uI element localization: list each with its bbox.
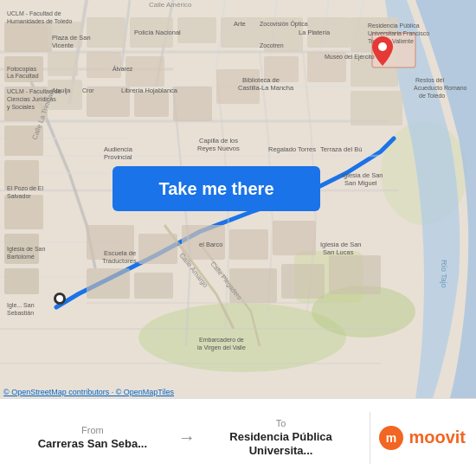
to-name: Residencia Pública Universita... [203,430,360,457]
svg-text:Sebastián: Sebastián [7,310,34,316]
svg-text:Vicente: Vicente [52,42,74,49]
svg-rect-52 [351,91,402,125]
svg-text:Capilla de los: Capilla de los [199,137,238,145]
svg-rect-58 [87,268,130,299]
svg-text:m: m [386,431,396,445]
svg-text:Humanidades de Toledo: Humanidades de Toledo [7,18,72,24]
svg-text:Reyes Nuevos: Reyes Nuevos [197,145,240,152]
svg-text:El Pozo de El: El Pozo de El [7,185,43,191]
svg-text:Audiencia: Audiencia [104,145,133,153]
take-me-there-button[interactable]: Take me there [113,166,320,211]
svg-rect-44 [173,87,212,121]
svg-text:y Sociales: y Sociales [7,104,35,111]
svg-text:Acueducto Romano: Acueducto Romano [414,85,467,91]
svg-text:Terraza del Bú: Terraza del Bú [320,145,362,153]
svg-rect-54 [138,234,177,264]
route-arrow: → [178,428,196,447]
svg-text:UCLM - Facultad de: UCLM - Facultad de [7,10,61,16]
svg-text:Río Tajo: Río Tajo [440,260,448,288]
button-label: Take me there [158,179,273,199]
svg-rect-57 [273,221,316,255]
from-label: From [81,425,104,435]
svg-text:Residencia Pública: Residencia Pública [368,23,420,29]
svg-text:La Facultad: La Facultad [7,73,39,79]
svg-point-118 [378,42,387,51]
svg-text:Iglesia de San: Iglesia de San [7,246,45,253]
svg-rect-33 [4,195,43,229]
svg-rect-43 [134,91,169,117]
bottom-bar: From Carreras San Seba... → To Residenci… [0,398,476,476]
svg-text:Policía Nacional: Policía Nacional [134,29,181,36]
svg-text:Escuela de: Escuela de [104,249,136,257]
origin-marker [54,293,66,305]
to-label: To [276,418,286,428]
svg-text:Castilla-La Mancha: Castilla-La Mancha [238,84,294,92]
svg-text:Traductores: Traductores [102,257,137,265]
svg-rect-36 [87,17,125,48]
moovit-logo: m moovit [377,424,466,452]
svg-rect-62 [329,255,381,294]
svg-text:Zocotren: Zocotren [260,42,284,48]
svg-text:Salvador: Salvador [7,193,31,199]
svg-text:Restos del: Restos del [415,77,445,83]
route-info: From Carreras San Seba... → To Residenci… [10,418,363,457]
divider [370,412,370,464]
svg-text:Museo del Ejército: Museo del Ejército [325,54,375,61]
svg-text:Biblioteca de: Biblioteca de [242,76,280,84]
svg-text:Iglesia de San: Iglesia de San [342,171,383,179]
svg-text:Bartolomé: Bartolomé [7,254,35,260]
svg-rect-35 [4,268,39,294]
from-box: From Carreras San Seba... [10,425,175,451]
svg-text:San Lucas: San Lucas [323,248,354,256]
svg-rect-38 [177,17,216,43]
svg-text:Arte: Arte [234,20,246,28]
svg-text:Álvarez: Álvarez [113,65,133,72]
destination-pin [372,36,393,62]
svg-text:la Virgen del Valle: la Virgen del Valle [197,344,246,351]
svg-text:La Platería: La Platería [299,29,331,36]
map-attribution: © OpenStreetMap contributors · © OpenMap… [3,388,174,396]
moovit-icon: m [377,424,405,452]
svg-text:Librería Hojablanca: Librería Hojablanca [121,87,178,94]
svg-text:Fotocopias: Fotocopias [7,66,37,73]
svg-text:de Toledo: de Toledo [419,93,445,99]
svg-rect-40 [87,52,121,78]
map-container: UCLM - Facultad de Humanidades de Toledo… [0,0,476,398]
svg-text:Provincial: Provincial [104,153,132,161]
svg-text:Plaza de San: Plaza de San [52,34,91,42]
svg-text:Embarcadero de: Embarcadero de [199,337,244,343]
svg-text:Zocovisión Óptica: Zocovisión Óptica [260,20,308,28]
svg-text:Cror: Cror [82,87,94,93]
svg-text:San Miguel: San Miguel [344,179,377,187]
svg-text:Universitaria Francisco: Universitaria Francisco [368,30,429,36]
svg-text:Calle Américo: Calle Américo [149,1,192,9]
moovit-wordmark: moovit [408,428,466,447]
to-box: To Residencia Pública Universita... [199,418,363,457]
svg-text:Iglesia de San: Iglesia de San [320,241,362,248]
svg-text:Igle... San: Igle... San [7,302,35,309]
svg-text:el Barco: el Barco [199,241,223,248]
svg-rect-61 [281,264,325,299]
svg-rect-25 [4,22,52,52]
svg-rect-30 [48,52,78,76]
svg-rect-56 [229,229,268,260]
svg-rect-59 [134,273,173,299]
svg-text:Regalado Torres: Regalado Torres [268,145,316,153]
from-name: Carreras San Seba... [38,437,147,451]
